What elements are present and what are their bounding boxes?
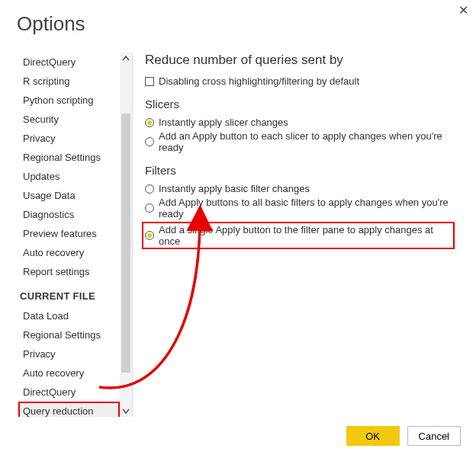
radio-icon xyxy=(145,137,154,146)
checkbox-icon xyxy=(145,77,154,86)
ok-button[interactable]: OK xyxy=(346,426,400,446)
dialog-body: DirectQuery R scripting Python scripting… xyxy=(15,53,461,417)
sidebar-item-preview-features[interactable]: Preview features xyxy=(18,224,120,243)
cancel-button[interactable]: Cancel xyxy=(407,426,461,446)
sidebar-item-data-load[interactable]: Data Load xyxy=(18,306,120,325)
sidebar-item-security[interactable]: Security xyxy=(18,110,120,129)
radio-label: Instantly apply slicer changes xyxy=(159,117,288,128)
sidebar: DirectQuery R scripting Python scripting… xyxy=(15,53,120,417)
sidebar-item-report-settings[interactable]: Report settings xyxy=(18,262,120,281)
radio-label: Add Apply buttons to all basic filters t… xyxy=(159,197,455,219)
sidebar-section-current-file: CURRENT FILE xyxy=(18,281,120,306)
close-icon[interactable]: ✕ xyxy=(458,3,468,18)
sidebar-item-updates[interactable]: Updates xyxy=(18,167,120,186)
dialog-footer: OK Cancel xyxy=(346,426,461,446)
dialog-title: Options xyxy=(17,12,461,36)
sidebar-item-query-reduction[interactable]: Query reduction xyxy=(18,402,120,417)
scroll-down-icon[interactable] xyxy=(120,405,132,417)
radio-slicer-instant[interactable]: Instantly apply slicer changes xyxy=(145,117,455,128)
radio-icon xyxy=(145,118,154,127)
sidebar-item-auto-recovery[interactable]: Auto recovery xyxy=(18,243,120,262)
sidebar-item-privacy[interactable]: Privacy xyxy=(18,129,120,148)
sidebar-item-file-auto-recovery[interactable]: Auto recovery xyxy=(18,364,120,383)
radio-filter-single-apply[interactable]: Add a single Apply button to the filter … xyxy=(142,222,455,249)
radio-label: Instantly apply basic filter changes xyxy=(159,183,310,194)
radio-label: Add an Apply button to each slicer to ap… xyxy=(159,130,455,153)
sidebar-item-directquery[interactable]: DirectQuery xyxy=(18,53,120,72)
filters-heading: Filters xyxy=(145,164,455,177)
content-panel: Reduce number of queries sent by Disabli… xyxy=(133,53,461,417)
sidebar-wrap: DirectQuery R scripting Python scripting… xyxy=(15,53,133,417)
radio-filter-instant[interactable]: Instantly apply basic filter changes xyxy=(145,183,455,194)
checkbox-label: Disabling cross highlighting/filtering b… xyxy=(159,75,359,87)
sidebar-item-python-scripting[interactable]: Python scripting xyxy=(18,91,120,110)
radio-icon xyxy=(145,184,154,194)
slicers-heading: Slicers xyxy=(145,98,455,110)
radio-slicer-apply-button[interactable]: Add an Apply button to each slicer to ap… xyxy=(145,130,455,153)
content-heading: Reduce number of queries sent by xyxy=(145,53,455,68)
sidebar-item-usage-data[interactable]: Usage Data xyxy=(18,186,120,205)
radio-icon xyxy=(145,203,154,213)
checkbox-disable-crosshighlight[interactable]: Disabling cross highlighting/filtering b… xyxy=(145,75,455,87)
options-dialog: ✕ Options DirectQuery R scripting Python… xyxy=(0,0,476,458)
scroll-thumb[interactable] xyxy=(121,114,130,373)
sidebar-item-r-scripting[interactable]: R scripting xyxy=(18,72,120,91)
radio-label: Add a single Apply button to the filter … xyxy=(159,224,452,247)
scroll-up-icon[interactable] xyxy=(120,53,132,65)
radio-icon xyxy=(145,231,154,240)
radio-filter-apply-buttons[interactable]: Add Apply buttons to all basic filters t… xyxy=(145,197,455,219)
sidebar-item-diagnostics[interactable]: Diagnostics xyxy=(18,205,120,224)
sidebar-item-file-directquery[interactable]: DirectQuery xyxy=(18,383,120,402)
sidebar-item-file-privacy[interactable]: Privacy xyxy=(18,344,120,364)
sidebar-item-file-regional[interactable]: Regional Settings xyxy=(18,325,120,344)
sidebar-scrollbar[interactable] xyxy=(120,53,132,417)
sidebar-item-regional-settings[interactable]: Regional Settings xyxy=(18,148,120,167)
